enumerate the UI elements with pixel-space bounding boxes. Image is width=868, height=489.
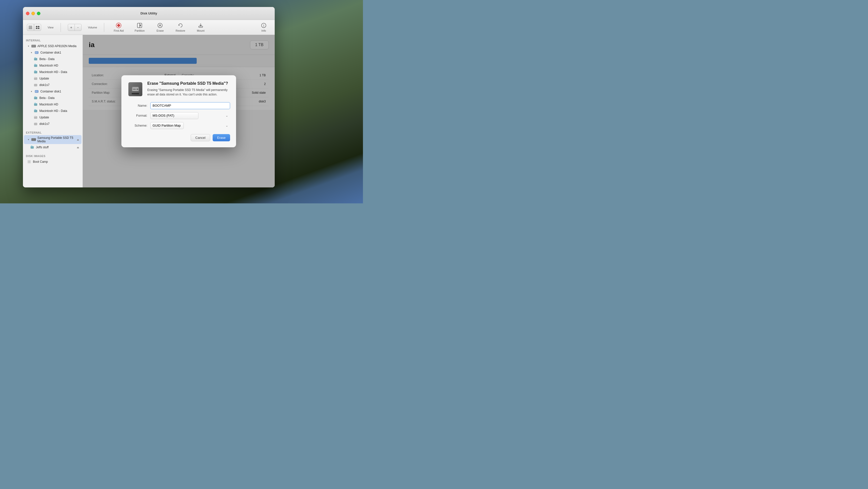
disk1s7-icon-1 xyxy=(33,83,38,87)
erase-confirm-button[interactable]: Erase xyxy=(213,134,230,141)
svg-rect-39 xyxy=(34,110,37,112)
first-aid-label: First Aid xyxy=(114,29,124,32)
view-group: View xyxy=(27,24,54,31)
disk-utility-window: Disk Utility View + - Volume xyxy=(23,7,275,187)
main-content: Internal ▾ APPLE SSD AP8192N Media ▾ xyxy=(23,35,275,187)
svg-rect-23 xyxy=(35,52,38,53)
view-list-button[interactable] xyxy=(27,24,34,31)
sidebar-item-disk1s7-1[interactable]: disk1s7 xyxy=(24,82,82,88)
svg-rect-1 xyxy=(29,27,32,28)
svg-rect-28 xyxy=(34,71,37,73)
sidebar-item-beta-data-2[interactable]: Beta - Data xyxy=(24,95,82,101)
macintosh-hd-icon-2 xyxy=(33,102,38,107)
sidebar: Internal ▾ APPLE SSD AP8192N Media ▾ xyxy=(23,35,83,187)
sidebar-item-disk1s7-2[interactable]: disk1s7 xyxy=(24,121,82,127)
svg-rect-36 xyxy=(34,96,36,97)
sidebar-item-macintosh-hd-data-2[interactable]: Macintosh HD - Data xyxy=(24,108,82,114)
info-button[interactable]: Info xyxy=(257,22,271,33)
disclosure-container-1: ▾ xyxy=(30,51,33,54)
svg-point-46 xyxy=(35,139,35,140)
volume-group: + - Volume xyxy=(68,24,97,31)
samsung-ssd-icon xyxy=(31,137,36,142)
erase-modal: Erase "Samsung Portable SSD T5 Media"? E… xyxy=(121,75,236,147)
modal-title-area: Erase "Samsung Portable SSD T5 Media"? E… xyxy=(147,81,230,97)
minimize-button[interactable] xyxy=(31,12,35,15)
partition-button[interactable]: Partition xyxy=(132,22,147,33)
svg-rect-32 xyxy=(34,84,37,86)
container-icon-2 xyxy=(34,89,39,94)
svg-point-55 xyxy=(136,89,138,90)
volume-add-button[interactable]: + xyxy=(68,24,75,31)
sidebar-item-macintosh-hd-2[interactable]: Macintosh HD xyxy=(24,101,82,108)
scheme-label: Scheme: xyxy=(127,124,147,127)
beta-data-2-label: Beta - Data xyxy=(39,96,80,100)
mount-icon xyxy=(198,23,204,28)
samsung-ssd-label: Samsung Portable SSD T5 Media xyxy=(37,136,74,143)
svg-rect-26 xyxy=(34,65,37,67)
partition-icon xyxy=(136,23,143,28)
svg-rect-0 xyxy=(29,26,32,26)
separator-2 xyxy=(104,23,104,32)
jeffs-stuff-label: Jeffs stuff xyxy=(36,146,74,149)
update-2-label: Update xyxy=(39,116,80,119)
close-button[interactable] xyxy=(26,12,29,15)
svg-rect-4 xyxy=(38,26,39,27)
sidebar-item-update-1[interactable]: Update xyxy=(24,75,82,82)
macintosh-hd-2-label: Macintosh HD xyxy=(39,103,80,106)
sidebar-item-update-2[interactable]: Update xyxy=(24,114,82,121)
modal-header: Erase "Samsung Portable SSD T5 Media"? E… xyxy=(127,81,230,97)
erase-label: Erase xyxy=(157,29,164,32)
sidebar-item-container-disk1-2[interactable]: ▾ Container disk1 xyxy=(24,88,82,95)
sidebar-item-macintosh-hd-1[interactable]: Macintosh HD xyxy=(24,62,82,69)
view-controls xyxy=(27,24,41,31)
sidebar-item-container-disk1-1[interactable]: ▾ Container disk1 xyxy=(24,49,82,56)
scheme-select[interactable]: GUID Partition Map Master Boot Record Ap… xyxy=(150,122,184,129)
svg-rect-34 xyxy=(35,91,38,92)
modal-buttons: Cancel Erase xyxy=(127,134,230,141)
disclosure-container-2: ▾ xyxy=(30,90,33,93)
sidebar-item-apple-ssd[interactable]: ▾ APPLE SSD AP8192N Media xyxy=(24,43,82,49)
volume-icon-2 xyxy=(33,96,38,100)
window-title: Disk Utility xyxy=(141,11,157,15)
svg-rect-29 xyxy=(34,70,36,71)
svg-rect-47 xyxy=(32,139,34,140)
external-section-label: External xyxy=(23,129,83,135)
jeffs-stuff-eject-button[interactable]: ⏏ xyxy=(76,146,80,149)
maximize-button[interactable] xyxy=(37,12,40,15)
first-aid-button[interactable]: First Aid xyxy=(111,22,126,33)
container-disk1-2-label: Container disk1 xyxy=(40,90,80,93)
samsung-eject-button[interactable]: ⏏ xyxy=(76,138,80,141)
disk1s7-2-label: disk1s7 xyxy=(39,122,80,126)
modal-overlay: Erase "Samsung Portable SSD T5 Media"? E… xyxy=(83,35,275,187)
sidebar-item-beta-data-1[interactable]: Beta - Data xyxy=(24,56,82,62)
svg-rect-30 xyxy=(34,78,37,80)
svg-rect-27 xyxy=(34,64,36,65)
erase-button[interactable]: Erase xyxy=(153,22,167,33)
volume-remove-button[interactable]: - xyxy=(74,24,82,31)
modal-description: Erasing "Samsung Portable SSD T5 Media" … xyxy=(147,88,230,97)
macintosh-hd-1-label: Macintosh HD xyxy=(39,64,80,67)
format-select[interactable]: MS-DOS (FAT) ExFAT Mac OS Extended (Jour… xyxy=(150,112,198,119)
traffic-lights xyxy=(26,12,40,15)
modal-title: Erase "Samsung Portable SSD T5 Media"? xyxy=(147,81,230,86)
svg-rect-31 xyxy=(34,77,36,78)
view-label: View xyxy=(48,26,54,29)
mount-button[interactable]: Mount xyxy=(194,22,208,33)
separator-1 xyxy=(61,23,61,32)
view-icon-button[interactable] xyxy=(34,24,41,31)
svg-rect-5 xyxy=(36,28,37,29)
sidebar-item-macintosh-hd-data-1[interactable]: Macintosh HD - Data xyxy=(24,69,82,75)
name-input[interactable] xyxy=(150,102,230,109)
cancel-button[interactable]: Cancel xyxy=(191,134,210,141)
svg-rect-35 xyxy=(34,97,37,99)
svg-rect-21 xyxy=(32,46,34,47)
sidebar-item-boot-camp[interactable]: Boot Camp xyxy=(24,158,82,165)
sidebar-item-samsung-ssd[interactable]: ▾ Samsung Portable SSD T5 Media ⏏ xyxy=(24,135,82,144)
container-disk1-1-label: Container disk1 xyxy=(40,51,80,54)
volume-icon-1 xyxy=(33,57,38,61)
restore-button[interactable]: Restore xyxy=(173,22,188,33)
svg-point-20 xyxy=(35,46,35,47)
erase-icon xyxy=(157,23,163,28)
sidebar-item-jeffs-stuff[interactable]: Jeffs stuff ⏏ xyxy=(24,144,82,151)
svg-point-12 xyxy=(158,23,162,28)
